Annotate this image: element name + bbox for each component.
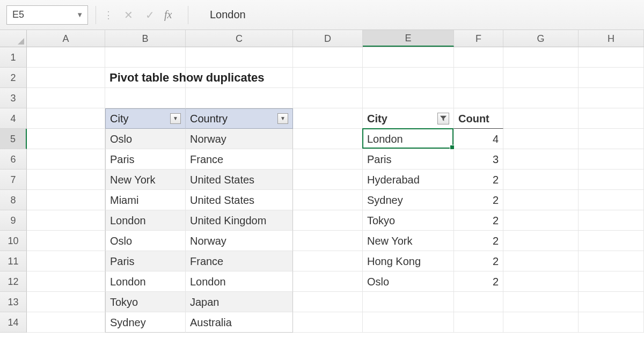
cell[interactable] — [363, 47, 454, 68]
chevron-down-icon[interactable]: ▼ — [76, 11, 83, 19]
column-header[interactable]: G — [503, 30, 579, 47]
cell[interactable] — [503, 88, 579, 108]
cell[interactable]: 2 — [454, 231, 503, 251]
cell[interactable]: Hong Kong — [363, 251, 454, 271]
cell[interactable]: 2 — [454, 190, 503, 210]
cell[interactable] — [293, 47, 363, 68]
cell[interactable] — [186, 47, 293, 68]
cell[interactable] — [579, 312, 644, 333]
cell[interactable] — [293, 251, 363, 271]
cell[interactable] — [27, 251, 105, 271]
cell[interactable] — [579, 210, 644, 231]
cell[interactable] — [293, 231, 363, 251]
cell[interactable] — [27, 108, 105, 129]
cell[interactable] — [579, 149, 644, 170]
cell[interactable]: Sydney — [363, 190, 454, 210]
cell[interactable]: France — [186, 251, 293, 271]
row-header[interactable]: 14 — [0, 312, 27, 333]
cell[interactable] — [503, 292, 579, 312]
cell[interactable] — [27, 312, 105, 333]
cell[interactable] — [27, 231, 105, 251]
cell[interactable]: Sydney — [105, 312, 186, 333]
cell[interactable] — [27, 47, 105, 68]
cell[interactable]: United States — [186, 190, 293, 210]
cell[interactable]: Miami — [105, 190, 186, 210]
cell[interactable]: United Kingdom — [186, 210, 293, 231]
column-header[interactable]: B — [105, 30, 186, 47]
cell[interactable] — [579, 47, 644, 68]
cell[interactable] — [503, 251, 579, 271]
cell[interactable] — [579, 271, 644, 292]
cell[interactable] — [503, 129, 579, 149]
cell[interactable] — [27, 190, 105, 210]
cell[interactable]: 2 — [454, 210, 503, 231]
cell[interactable] — [503, 312, 579, 333]
cell[interactable] — [293, 88, 363, 108]
cell[interactable] — [293, 108, 363, 129]
cell[interactable] — [579, 170, 644, 190]
cell[interactable] — [503, 47, 579, 68]
cell[interactable]: 3 — [454, 149, 503, 170]
cell[interactable]: Pivot table show duplicates — [105, 68, 186, 88]
cell[interactable] — [293, 271, 363, 292]
cell[interactable] — [293, 292, 363, 312]
cell[interactable] — [503, 68, 579, 88]
row-header[interactable]: 10 — [0, 231, 27, 251]
cell[interactable] — [186, 68, 293, 88]
cell[interactable] — [579, 251, 644, 271]
cell[interactable] — [27, 129, 105, 149]
cell[interactable] — [293, 312, 363, 333]
cell[interactable] — [105, 88, 186, 108]
filter-dropdown-icon[interactable]: ▼ — [170, 113, 181, 124]
cell[interactable] — [293, 129, 363, 149]
row-header[interactable]: 12 — [0, 271, 27, 292]
table-header-country[interactable]: Country ▼ — [186, 108, 293, 129]
column-header[interactable]: F — [454, 30, 503, 47]
select-all-corner[interactable] — [0, 30, 27, 47]
enter-icon[interactable]: ✓ — [143, 9, 157, 21]
cell[interactable] — [503, 149, 579, 170]
row-header[interactable]: 5 — [0, 129, 27, 149]
cell[interactable] — [363, 292, 454, 312]
cell[interactable] — [363, 312, 454, 333]
row-header[interactable]: 1 — [0, 47, 27, 68]
cell[interactable]: Paris — [363, 149, 454, 170]
table-header-city[interactable]: City ▼ — [105, 108, 186, 129]
cell[interactable] — [503, 108, 579, 129]
column-header[interactable]: H — [579, 30, 644, 47]
cell[interactable] — [579, 129, 644, 149]
expand-handle-icon[interactable]: ⋮ — [104, 9, 114, 21]
column-header[interactable]: C — [186, 30, 293, 47]
cell[interactable] — [579, 68, 644, 88]
cell[interactable]: France — [186, 149, 293, 170]
cell[interactable] — [579, 292, 644, 312]
cell[interactable]: 4 — [454, 129, 503, 149]
column-header[interactable]: A — [27, 30, 105, 47]
cell[interactable] — [27, 149, 105, 170]
cell[interactable]: London — [105, 210, 186, 231]
cell[interactable] — [363, 88, 454, 108]
cell[interactable] — [579, 88, 644, 108]
cell[interactable] — [579, 190, 644, 210]
row-header[interactable]: 11 — [0, 251, 27, 271]
cell[interactable] — [363, 68, 454, 88]
fx-icon[interactable]: fx — [164, 9, 180, 21]
cell[interactable]: London — [363, 129, 454, 149]
cell[interactable] — [579, 231, 644, 251]
cell[interactable] — [27, 68, 105, 88]
cell[interactable] — [27, 292, 105, 312]
cell[interactable]: 2 — [454, 251, 503, 271]
row-header[interactable]: 8 — [0, 190, 27, 210]
cell[interactable]: Norway — [186, 231, 293, 251]
row-header[interactable]: 2 — [0, 68, 27, 88]
cell[interactable] — [293, 170, 363, 190]
cell[interactable]: Paris — [105, 149, 186, 170]
cell[interactable]: Paris — [105, 251, 186, 271]
cell[interactable] — [503, 271, 579, 292]
cell[interactable] — [503, 190, 579, 210]
cancel-icon[interactable]: ✕ — [121, 9, 135, 21]
cell[interactable]: Oslo — [105, 129, 186, 149]
cell[interactable] — [503, 210, 579, 231]
cell[interactable] — [186, 88, 293, 108]
row-header[interactable]: 4 — [0, 108, 27, 129]
